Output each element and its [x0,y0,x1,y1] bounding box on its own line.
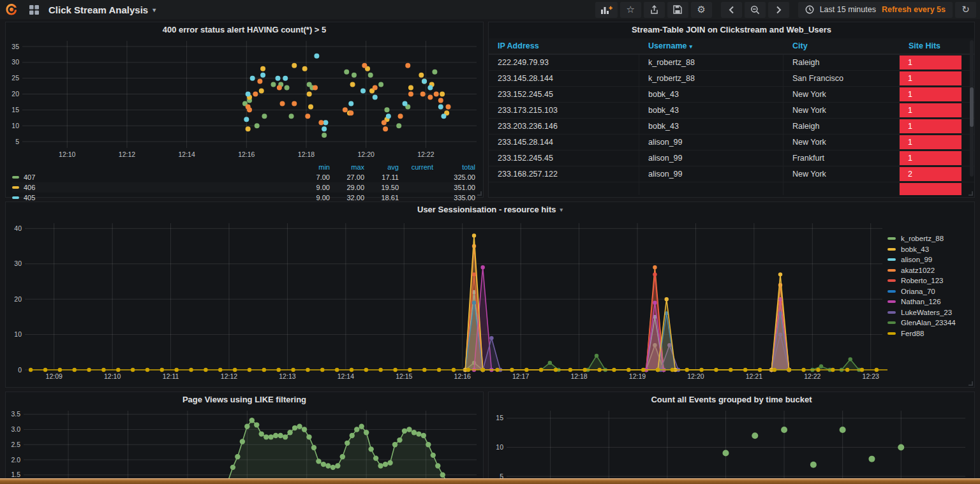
legend-item-GlenAlan_23344[interactable]: GlenAlan_23344 [887,318,973,328]
series-color-swatch [12,176,19,179]
series-color-swatch [887,258,896,261]
panel-pageviews: Page Views using LIKE filtering 1.01.52.… [5,392,484,484]
svg-text:12:14: 12:14 [178,150,195,158]
cell-site-hits: 1 [900,119,974,134]
svg-text:25: 25 [11,74,19,82]
dashboard-title[interactable]: Click Stream Analysis ▾ [48,4,156,15]
cell-ip: 222.249.79.93 [489,55,639,70]
save-icon[interactable] [667,2,688,18]
stat-total: 325.00 [433,173,475,181]
legend-item-Ferd88[interactable]: Ferd88 [887,328,973,339]
panel-title-pageviews[interactable]: Page Views using LIKE filtering [6,392,483,407]
resize-handle-icon[interactable] [969,381,973,386]
panel-title-error-scatter[interactable]: 400 error status alert HAVING count(*) >… [6,22,483,37]
time-forward-icon[interactable] [768,2,789,18]
grafana-logo-icon[interactable] [4,2,19,17]
cell-username: bobk_43 [639,87,783,102]
panel-title-session[interactable]: User Sessionisation - resource hits ▾ [6,202,974,217]
panel-title-text: User Sessionisation - resource hits [417,205,556,214]
legend-stat-header[interactable]: total [433,163,475,171]
stat-max: 32.00 [330,194,364,202]
svg-text:15: 15 [11,106,19,114]
legend-series-406[interactable]: 406 [12,184,295,191]
zoom-out-icon[interactable] [745,2,766,18]
series-name: bobk_43 [901,246,929,253]
series-color-swatch [887,237,896,240]
legend-stat-header[interactable]: avg [364,163,399,171]
time-back-icon[interactable] [721,2,742,18]
settings-gear-icon[interactable]: ⚙ [691,2,712,18]
panel-session: User Sessionisation - resource hits ▾ 01… [5,202,975,388]
session-chart[interactable]: 01020304012:0912:1012:1112:1212:1312:141… [6,217,887,386]
events-chart[interactable]: 51015 [489,407,974,484]
series-color-swatch [887,332,896,335]
svg-text:12:18: 12:18 [570,372,587,380]
series-color-swatch [12,196,19,199]
series-color-swatch [887,321,896,324]
error-scatter-chart[interactable]: 510152025303512:1012:1212:1412:1612:1812… [6,37,483,161]
table-row: 233.152.245.45bobk_43New York1 [489,87,974,103]
site-hits-value: 1 [900,135,961,149]
cell-ip: 233.203.236.146 [489,119,639,134]
stat-total: 351.00 [433,184,475,191]
table-row-clipped [489,182,974,195]
error_scatter-svg: 510152025303512:1012:1212:1412:1612:1812… [6,37,483,161]
table-scrollbar-thumb[interactable] [970,87,974,127]
site-hits-value: 1 [900,87,961,101]
legend-series-407[interactable]: 407 [12,173,295,181]
stat-min: 9.00 [295,194,330,202]
dashboard-body: 400 error status alert HAVING count(*) >… [0,19,980,484]
series-name: alison_99 [901,256,932,263]
time-range-picker[interactable]: Last 15 minutes Refresh every 5s [798,2,953,18]
share-icon[interactable] [644,2,665,18]
panel-title-events[interactable]: Count all Events grouped by time bucket [489,392,974,407]
legend-item-Oriana_70[interactable]: Oriana_70 [887,286,973,297]
legend-stat-header[interactable]: min [295,163,330,171]
panel-title-join-table[interactable]: Stream-Table JOIN on Clickstream and Web… [489,22,974,37]
cell-city: New York [783,87,900,102]
table-row: 233.173.215.103bobk_43New York1 [489,103,974,119]
legend-item-alison_99[interactable]: alison_99 [887,254,973,265]
legend-row-406: 4069.0029.0019.50351.00 [12,182,475,193]
legend-item-bobk_43[interactable]: bobk_43 [887,244,973,255]
panel-title-text: Count all Events grouped by time bucket [651,395,812,404]
cell-username: bobk_43 [639,119,783,134]
resize-handle-icon[interactable] [477,191,482,196]
cell-username: k_robertz_88 [639,55,783,70]
svg-text:40: 40 [14,224,22,232]
column-header-username[interactable]: Username▾ [639,41,783,50]
series-name: Nathan_126 [901,298,941,305]
series-name: Ferd88 [901,330,924,337]
legend-item-Nathan_126[interactable]: Nathan_126 [887,297,973,307]
pageviews-chart[interactable]: 1.01.52.02.53.03.5 [6,407,483,484]
add-panel-button[interactable] [595,2,618,18]
row-1: 400 error status alert HAVING count(*) >… [5,22,975,198]
stat-avg: 19.50 [364,184,399,191]
cell-username: bobk_43 [639,103,783,118]
session-legend: k_robertz_88bobk_43alison_99akatz1022Rob… [887,217,973,386]
table-scrollbar[interactable] [970,40,974,177]
cell-city: New York [783,103,900,118]
legend-item-LukeWaters_23[interactable]: LukeWaters_23 [887,307,973,318]
legend-series-405[interactable]: 405 [12,194,295,202]
column-header-site-hits[interactable]: Site Hits [900,41,974,50]
legend-item-akatz1022[interactable]: akatz1022 [887,265,973,276]
legend-stat-header[interactable]: max [330,163,364,171]
cell-ip: 233.152.245.45 [489,150,639,166]
column-header-ip-address[interactable]: IP Address [489,41,639,50]
legend-item-k_robertz_88[interactable]: k_robertz_88 [887,233,973,244]
resize-handle-icon[interactable] [969,191,973,196]
stat-avg: 18.61 [364,194,399,202]
svg-text:0: 0 [18,366,22,374]
events-svg: 51015 [489,407,974,484]
refresh-icon[interactable]: ↻ [955,2,976,18]
star-icon[interactable]: ☆ [620,2,641,18]
series-color-swatch [12,186,19,189]
column-header-city[interactable]: City [783,41,900,50]
dashboard-grid-icon[interactable] [24,2,43,17]
table-row: 222.249.79.93k_robertz_88Raleigh1 [489,55,974,71]
legend-stat-header[interactable]: current [399,163,433,171]
legend-item-Roberto_123[interactable]: Roberto_123 [887,275,973,286]
svg-text:12:22: 12:22 [804,372,820,380]
svg-text:12:10: 12:10 [59,150,75,158]
